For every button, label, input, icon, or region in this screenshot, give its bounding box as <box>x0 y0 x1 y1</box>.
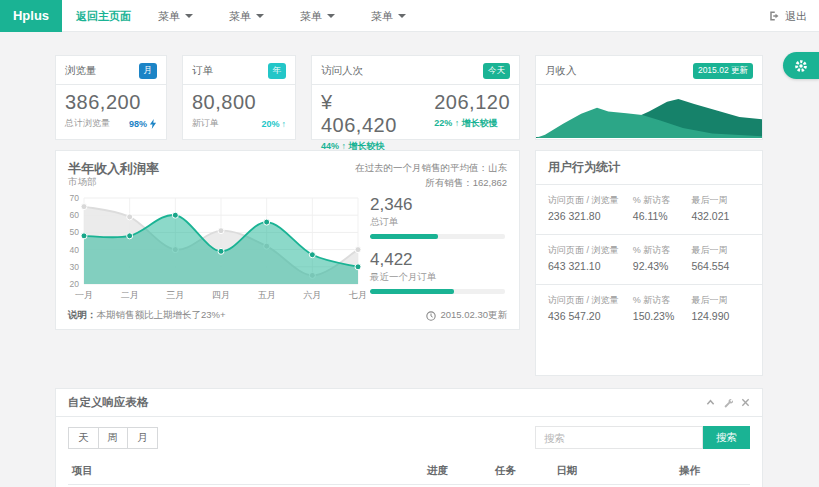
total-orders-value: 2,346 <box>370 195 505 215</box>
updated-at: 2015.02.30更新 <box>426 309 507 322</box>
card-visits: 访问人次 今天 ¥ 406,420 44% ↑ 增长较快 206,120 22%… <box>311 55 520 140</box>
orders-percent: 20%↑ <box>261 119 286 129</box>
stat-label: % 新访客 <box>633 244 692 257</box>
total-orders-bar-fill <box>370 234 438 239</box>
stat-label: 最后一周 <box>691 244 750 257</box>
tab-month[interactable]: 月 <box>128 427 158 449</box>
svg-text:70: 70 <box>70 193 80 203</box>
pageviews-percent: 98% <box>129 119 157 129</box>
theme-settings-button[interactable] <box>783 52 819 79</box>
footnote: 说明：本期销售额比上期增长了23%+ <box>68 309 226 322</box>
user-stats-row: 访问页面 / 浏览量 236 321.80 % 新访客 46.11% 最后一周 … <box>536 185 762 235</box>
close-button[interactable] <box>741 398 750 407</box>
svg-text:三月: 三月 <box>166 290 184 300</box>
chevron-down-icon <box>256 14 264 18</box>
pageviews-value: 386,200 <box>65 91 157 114</box>
card-visits-body: ¥ 406,420 44% ↑ 增长较快 206,120 22% ↑ 增长较慢 <box>312 85 519 157</box>
percent-value: 22% <box>434 118 452 128</box>
month-orders-bar <box>370 289 505 294</box>
table-header-row: 项目 进度 任务 日期 操作 <box>68 458 750 485</box>
svg-text:60: 60 <box>70 210 80 220</box>
footnote-text: 本期销售额比上期增长了23%+ <box>97 309 226 320</box>
table-panel-header: 自定义响应表格 <box>56 389 762 417</box>
wrench-icon <box>723 398 733 408</box>
settings-button[interactable] <box>723 398 733 408</box>
stat-value: 564.554 <box>691 260 750 272</box>
stat-new-visitors: % 新访客 46.11% <box>633 194 692 222</box>
search-button[interactable]: 搜索 <box>703 426 750 449</box>
table-panel-body: 天 周 月 搜索 项目 进度 任务 日期 操作 <box>56 417 762 487</box>
sales-summary: 在过去的一个月销售的平均值：山东 所有销售：162,862 <box>355 161 507 190</box>
user-stats-panel: 用户行为统计 访问页面 / 浏览量 236 321.80 % 新访客 46.11… <box>535 150 763 376</box>
card-title: 订单 <box>192 64 213 78</box>
order-stats: 2,346 总订单 4,422 最近一个月订单 <box>370 195 505 305</box>
stat-pages: 访问页面 / 浏览量 643 321.10 <box>548 244 633 272</box>
tab-day[interactable]: 天 <box>68 427 99 449</box>
tab-week[interactable]: 周 <box>99 427 129 449</box>
growth-label: 增长较慢 <box>462 118 498 128</box>
stat-value: 432.021 <box>691 210 750 222</box>
updated-text: 2015.02.30更新 <box>440 309 507 322</box>
card-monthly-income: 月收入 2015.02 更新 <box>535 55 763 140</box>
logout-icon <box>768 10 780 22</box>
nav-menu-1[interactable]: 菜单 <box>140 0 211 32</box>
card-title: 访问人次 <box>321 64 363 78</box>
chevron-down-icon <box>327 14 335 18</box>
col-action: 操作 <box>675 458 750 485</box>
card-visits-header: 访问人次 今天 <box>312 56 519 85</box>
bolt-icon <box>149 119 157 129</box>
responsive-table-panel: 自定义响应表格 天 周 月 搜索 <box>55 388 763 487</box>
svg-text:40: 40 <box>70 245 80 255</box>
stat-value: 236 321.80 <box>548 210 633 222</box>
stat-value: 46.11% <box>633 210 692 222</box>
svg-text:二月: 二月 <box>121 290 139 300</box>
stat-value: 92.43% <box>633 260 692 272</box>
search-input[interactable] <box>535 426 703 449</box>
card-pageviews: 浏览量 月 386,200 总计浏览量 98% <box>55 55 167 140</box>
svg-text:一月: 一月 <box>75 290 93 300</box>
period-tab-group: 天 周 月 <box>68 427 158 449</box>
orders-sublabel: 新订单 <box>192 117 219 130</box>
stat-label: 访问页面 / 浏览量 <box>548 294 633 307</box>
card-orders-body: 80,800 新订单 20%↑ <box>183 85 295 134</box>
stat-label: 最后一周 <box>691 194 750 207</box>
brand-logo: Hplus <box>0 0 62 32</box>
svg-text:四月: 四月 <box>212 290 230 300</box>
stat-pages: 访问页面 / 浏览量 436 547.20 <box>548 294 633 322</box>
card-title: 浏览量 <box>65 64 97 78</box>
panel-title: 自定义响应表格 <box>68 395 149 410</box>
nav-home-link[interactable]: 返回主页面 <box>76 0 131 32</box>
stat-label: % 新访客 <box>633 294 692 307</box>
nav-menu-2[interactable]: 菜单 <box>211 0 282 32</box>
month-orders-label: 最近一个月订单 <box>370 271 505 284</box>
orders-value: 80,800 <box>192 91 286 114</box>
stat-label: 访问页面 / 浏览量 <box>548 194 633 207</box>
panel-footer: 说明：本期销售额比上期增长了23%+ 2015.02.30更新 <box>68 309 507 322</box>
card-title: 月收入 <box>545 64 577 78</box>
revenue-value: ¥ 406,420 <box>321 91 412 137</box>
collapse-button[interactable] <box>706 398 715 407</box>
col-project: 项目 <box>68 458 423 485</box>
period-badge: 年 <box>268 63 287 79</box>
stat-value: 124.990 <box>691 310 750 322</box>
card-income-header: 月收入 2015.02 更新 <box>536 56 762 85</box>
dashboard-page: Hplus 返回主页面 菜单 菜单 菜单 菜单 退出 浏览量 月 386,200… <box>0 0 819 487</box>
card-orders-header: 订单 年 <box>183 56 295 85</box>
col-date: 日期 <box>552 458 675 485</box>
stat-label: 访问页面 / 浏览量 <box>548 244 633 257</box>
user-stats-row: 访问页面 / 浏览量 643 321.10 % 新访客 92.43% 最后一周 … <box>536 235 762 285</box>
logout-button[interactable]: 退出 <box>768 0 807 32</box>
level-up-icon: ↑ <box>282 119 287 129</box>
svg-text:六月: 六月 <box>303 290 321 300</box>
svg-text:五月: 五月 <box>258 290 276 300</box>
percent-value: 98% <box>129 119 147 129</box>
period-badge: 今天 <box>483 63 510 79</box>
nav-menu-3[interactable]: 菜单 <box>282 0 353 32</box>
total-orders-bar <box>370 234 505 239</box>
visits-col-count: 206,120 22% ↑ 增长较慢 <box>434 91 510 153</box>
nav-menu-4[interactable]: 菜单 <box>353 0 424 32</box>
stat-new-visitors: % 新访客 150.23% <box>633 294 692 322</box>
nav-menu-label: 菜单 <box>229 0 251 32</box>
income-area-chart <box>536 83 762 138</box>
card-orders: 订单 年 80,800 新订单 20%↑ <box>182 55 296 140</box>
